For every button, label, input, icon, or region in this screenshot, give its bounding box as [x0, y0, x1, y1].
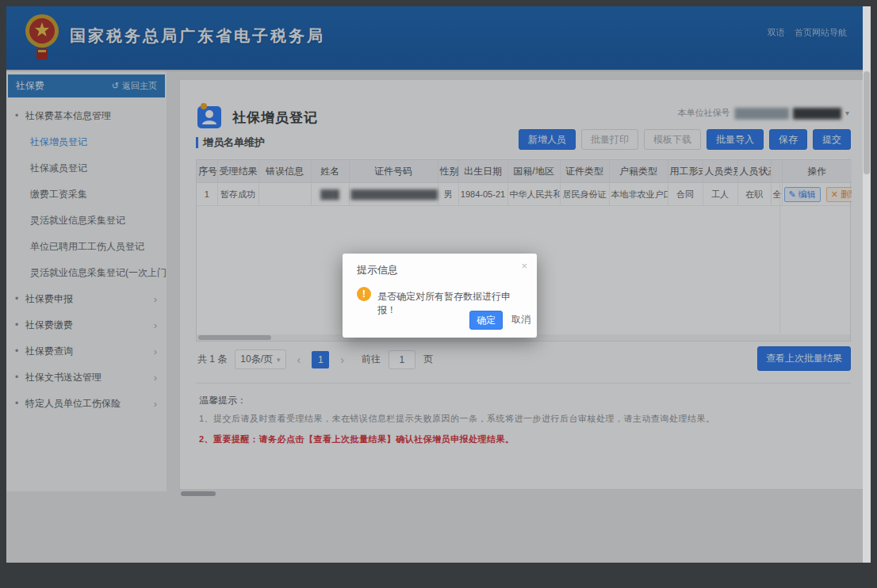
dialog-title: 提示信息	[357, 263, 398, 277]
scrollbar-thumb[interactable]	[864, 71, 870, 174]
confirm-button[interactable]: 确定	[469, 311, 503, 330]
dialog-message: 是否确定对所有暂存数据进行申报！	[377, 290, 528, 317]
browser-vertical-scrollbar[interactable]	[863, 6, 871, 563]
confirm-dialog: 提示信息 × ! 是否确定对所有暂存数据进行申报！ 确定 取消	[343, 254, 537, 338]
cancel-button[interactable]: 取消	[511, 313, 530, 326]
warning-icon: !	[357, 287, 371, 301]
close-icon[interactable]: ×	[521, 260, 527, 272]
browser-viewport: 国家税务总局广东省电子税务局 双语 首页网站导航 社保费 ↺ 返回主页 • 社保…	[6, 6, 871, 563]
